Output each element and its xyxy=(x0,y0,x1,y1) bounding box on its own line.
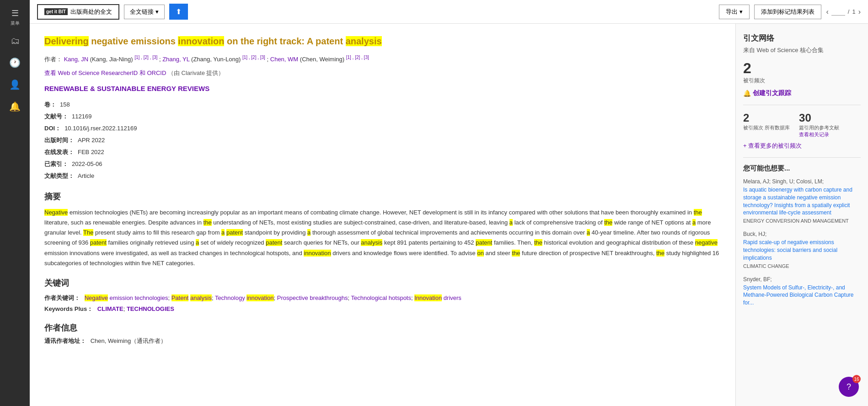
related-title-0[interactable]: Is aquatic bioenergy with carbon capture… xyxy=(743,186,861,217)
abstract-part-15: kept 891 patents pertaining to 452 xyxy=(384,239,476,246)
kw-innovation-drivers[interactable]: Innovation drivers xyxy=(414,294,461,301)
add-result-label: 添加到标记结果列表 xyxy=(761,8,814,15)
doc-type-value: Article xyxy=(78,172,94,179)
page-separator: / xyxy=(848,8,850,15)
stat-references-num: 30 xyxy=(799,112,839,124)
keywords-section: 关键词 作者关键词： Negative emission technologie… xyxy=(44,278,721,313)
kw-prospective[interactable]: Prospective breakthroughs xyxy=(277,294,348,301)
add-result-button[interactable]: 添加到标记结果列表 xyxy=(754,5,821,19)
pub-date-value: APR 2022 xyxy=(78,137,105,144)
stat-citations-all: 2 被引频次 所有数据库 xyxy=(743,112,790,138)
abstract-part-4: lack of comprehensive tracking of xyxy=(514,219,605,226)
online-date-value: FEB 2022 xyxy=(78,149,104,155)
article-number-value: 112169 xyxy=(72,113,91,120)
abstract-part-1: emission technologies (NETs) are becomin… xyxy=(70,209,694,216)
sidebar-icon-history[interactable]: 🕐 xyxy=(0,52,30,74)
abstract-part-12: families originally retrieved using xyxy=(108,239,196,246)
menu-button[interactable]: ☰ 菜单 xyxy=(7,5,23,30)
author-info-title: 作者信息 xyxy=(44,322,721,333)
related-journal-1: CLIMATIC CHANGE xyxy=(743,263,861,269)
abstract-highlight-negative: Negative xyxy=(44,209,68,216)
abstract-highlight-the-1: the xyxy=(694,209,702,216)
author-sep-2: ; xyxy=(267,56,270,63)
next-page-button[interactable]: › xyxy=(858,8,861,16)
author-info-section: 作者信息 通讯作者地址： Chen, Weiming（通讯作者） xyxy=(44,322,721,345)
page-total: 1 xyxy=(852,8,855,15)
upload-button[interactable]: ⬆ xyxy=(169,4,188,20)
author-chen-full: (Chen, Weiming) xyxy=(300,56,346,63)
title-highlight-delivering: Delivering xyxy=(44,36,89,46)
related-title-1[interactable]: Rapid scale-up of negative emissions tec… xyxy=(743,239,861,262)
authors-prefix: 作者： xyxy=(44,56,62,63)
title-text-1: negative emissions xyxy=(91,36,178,46)
stat-citations-all-num: 2 xyxy=(743,112,790,124)
doi-label: DOI： xyxy=(44,125,61,132)
author-kang-link[interactable]: Kang, JN xyxy=(64,56,88,63)
sidebar-icon-user[interactable]: 👤 xyxy=(0,74,30,96)
abstract-title: 摘要 xyxy=(44,191,721,202)
stat-references-desc: 篇引用的参考文献 xyxy=(799,124,839,131)
sidebar-icon-bell[interactable]: 🔔 xyxy=(0,96,30,118)
prev-page-button[interactable]: ‹ xyxy=(826,8,828,16)
related-records-link[interactable]: 查看相关记录 xyxy=(799,131,839,138)
abstract-highlight-the-5: the xyxy=(534,239,542,246)
volume-value: 158 xyxy=(60,101,70,108)
title-highlight-analysis: analysis xyxy=(346,36,382,46)
kw-patent-analysis[interactable]: Patent analysis xyxy=(171,294,212,301)
kw-technological-hotspots[interactable]: Technological hotspots xyxy=(351,294,411,301)
upload-icon: ⬆ xyxy=(176,8,182,16)
sidebar-icon-folder[interactable]: 🗂 xyxy=(0,30,30,52)
related-authors-1: Buck, HJ; xyxy=(743,231,861,237)
abstract-part-20: and steer xyxy=(486,250,512,256)
abstract-part-19: drivers and knowledge flows were identif… xyxy=(332,250,477,256)
keywords-plus-line: Keywords Plus： CLIMATE; TECHNOLOGIES xyxy=(44,305,721,313)
related-item-2: Snyder, BF; System Models of Sulfur-, El… xyxy=(743,276,861,307)
publisher-fulltext-button[interactable]: get it BIT 出版商处的全文 xyxy=(37,4,119,20)
abstract-highlight-patent-1: patent xyxy=(226,229,243,236)
stat-citations-all-desc: 被引频次 所有数据库 xyxy=(743,124,790,131)
help-badge[interactable]: ? 16 xyxy=(839,377,859,397)
toolbar: get it BIT 出版商处的全文 全文链接 ▾ ⬆ 导出 ▾ 添加到标记结果… xyxy=(30,0,868,24)
article-detail: Delivering negative emissions innovation… xyxy=(30,24,735,406)
kw-negative-emission[interactable]: Negative emission technologies xyxy=(85,294,168,301)
online-date-label: 在线发表： xyxy=(44,149,74,155)
keywords-title: 关键词 xyxy=(44,278,721,288)
abstract-highlight-innovation: innovation xyxy=(304,250,331,256)
you-might-like-title: 您可能也想要... xyxy=(743,164,861,173)
abstract-part-18: emission innovations were investigated, … xyxy=(44,250,304,256)
export-button[interactable]: 导出 ▾ xyxy=(719,5,750,19)
related-title-2[interactable]: System Models of Sulfur-, Electricity-, … xyxy=(743,284,861,307)
orcid-link[interactable]: 查看 Web of Science ResearcherID 和 ORCID xyxy=(44,69,166,76)
citation-track-link[interactable]: 🔔 创建引文跟踪 xyxy=(743,89,861,97)
article-title: Delivering negative emissions innovation… xyxy=(44,35,721,48)
author-chen-link[interactable]: Chen, WM xyxy=(270,56,298,63)
menu-label: 菜单 xyxy=(11,20,20,27)
citation-track-label: 创建引文跟踪 xyxy=(753,89,791,97)
author-kang-refs: [1] , [2] , [3] xyxy=(134,55,157,60)
title-highlight-innovation: innovation xyxy=(178,36,224,46)
page-input[interactable]: 1 xyxy=(831,8,845,16)
toolbar-right: 导出 ▾ 添加到标记结果列表 ‹ 1 / 1 › xyxy=(719,5,861,19)
author-zhang-link[interactable]: Zhang, YL xyxy=(162,56,189,63)
author-chen-refs: [1] , [2] , [3] xyxy=(346,55,369,60)
corresponding-label: 通讯作者地址： xyxy=(44,337,86,344)
sidebar: ☰ 菜单 🗂 🕐 👤 🔔 xyxy=(0,0,30,406)
citation-count-label: 被引频次 xyxy=(743,77,861,85)
more-citations-link[interactable]: + 查看更多的被引频次 xyxy=(743,142,861,150)
abstract-highlight-the-4: The xyxy=(83,229,93,236)
orcid-provider-text: （由 Clarivate 提供） xyxy=(168,69,225,76)
author-zhang-refs: [1] , [2] , [3] xyxy=(242,55,265,60)
divider-2 xyxy=(743,157,861,158)
stats-row: 2 被引频次 所有数据库 30 篇引用的参考文献 查看相关记录 xyxy=(743,112,861,138)
abstract-part-2: literature, such as renewable energies. … xyxy=(44,219,204,226)
abstract-highlight-a-3: a xyxy=(221,229,225,236)
fulltext-link-button[interactable]: 全文链接 ▾ xyxy=(124,5,165,19)
abstract-highlight-a-4: a xyxy=(307,229,311,236)
main-wrapper: get it BIT 出版商处的全文 全文链接 ▾ ⬆ 导出 ▾ 添加到标记结果… xyxy=(30,0,868,406)
related-item-0: Melara, AJ; Singh, U; Colosi, LM; Is aqu… xyxy=(743,178,861,224)
citation-count: 2 xyxy=(743,60,861,77)
kw-technology-innovation[interactable]: Technology innovation xyxy=(215,294,274,301)
right-panel-title: 引文网络 xyxy=(743,33,861,43)
help-badge-count: 16 xyxy=(852,375,861,383)
abstract-part-9: standpoint by providing xyxy=(245,229,307,236)
